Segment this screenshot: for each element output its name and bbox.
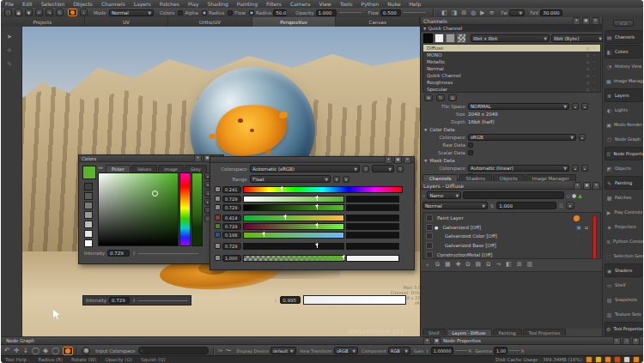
node-graph-bar[interactable]: Node Graph [1,336,420,344]
prop-dropdown[interactable]: sRGB▼ [468,134,576,141]
range-option2-button[interactable]: ▾ [343,176,349,183]
paint-tool-icon[interactable] [68,9,77,16]
colors-tab-picker[interactable]: Picker [106,165,131,172]
channel-ramp-S[interactable] [243,196,344,203]
channel-cache-icon[interactable]: ▫ [586,88,593,92]
channel-ramp-V[interactable] [243,204,344,211]
viewport-tab-perspective[interactable]: Perspective [252,17,337,27]
channel-row-quickchannel[interactable]: Quick Channel▫◦ [423,72,600,79]
prop-dropdown[interactable]: NORMAL▼ [468,103,569,110]
node-properties-bar[interactable]: ▾▣ Node Properties ⊏⊐✕ [420,336,643,344]
checkbox-radius[interactable] [249,10,254,15]
save-file-icon[interactable]: ▼ [25,9,33,16]
channel-ramp-B[interactable] [243,232,344,239]
clone-stamp-icon[interactable]: ✑ [218,348,223,354]
tab-scroll-right-icon[interactable]: ▸ [101,165,104,172]
sidebar-item-toolproperties[interactable]: ⚙Tool Properties [605,322,642,336]
menu-shading[interactable]: Shading [203,1,232,7]
gain-field[interactable]: 1.00000 [431,347,453,354]
status-lamp-0[interactable] [586,356,592,363]
menu-filters[interactable]: Filters [262,1,286,7]
brush-tip-icon[interactable]: • [80,9,88,16]
channel-value-field-I[interactable]: 0.729 [222,243,241,250]
checkbox-alpha[interactable] [178,10,183,15]
sidebar-item-imagemanager[interactable]: ▦Image Manager [605,74,642,88]
channel-row-normal[interactable]: Normal▫◦ [423,65,600,72]
quick-channel-row[interactable]: ▼ Quick Channel [421,25,603,32]
drop-icon[interactable]: ↓ [22,347,28,354]
input-colorspace-dropdown[interactable]: ⌕ [138,347,209,354]
checker-swatch[interactable] [457,33,466,43]
blend-amount-field[interactable]: 1.000 [496,202,556,209]
menu-layers[interactable]: Layers [130,1,155,7]
menu-play[interactable]: Play [184,1,204,7]
sidebar-item-playcontrols[interactable]: ▶Play Controls [605,205,642,219]
grey-swatch[interactable] [84,202,93,209]
menu-help[interactable]: Help [405,1,426,7]
value-bar-field[interactable]: 0.995 [280,296,301,304]
play-icon[interactable]: ▶ [480,9,484,16]
menu-patches[interactable]: Patches [155,1,184,7]
dock-tab-shelf[interactable]: Shelf [422,329,446,336]
channel-expression-field-R[interactable] [346,215,399,221]
prop-extra-button[interactable]: ▴ [581,165,588,172]
channel-value-field-A[interactable]: 1.000 [222,255,241,262]
channel-expression-field-A[interactable] [346,255,399,262]
opacity-field[interactable]: 1.000 [316,9,337,16]
sidebar-item-projectors[interactable]: ◈Projectors [605,220,642,233]
channel-value-field-H[interactable]: 0.241 [222,186,241,193]
component-dropdown[interactable]: RGB▼ [388,347,410,354]
channel-value-field-B[interactable]: 0.198 [222,232,241,239]
range-dropdown[interactable]: Float▼ [250,175,331,183]
check-alpha-0[interactable]: Alpha [178,10,198,15]
layer-visibility-toggle[interactable] [426,242,433,249]
paint-tool-active-icon[interactable] [63,347,73,355]
value-bar-ramp[interactable] [303,295,406,305]
new-file-icon[interactable]: ▢ [4,9,12,16]
gamma-slider[interactable] [509,350,519,351]
radius-field[interactable]: 50.0 [273,9,287,16]
status-lamp-4[interactable] [623,356,630,363]
mode-dropdown[interactable]: Normal▼ [109,9,154,16]
filter-enabled-icon[interactable]: ▲ [578,192,582,198]
channel-cache-icon[interactable]: ▫ [586,46,593,51]
channel-visible-icon[interactable]: ◦ [593,74,600,78]
prop-extra-button[interactable]: ▴ [572,103,579,110]
lock-icon[interactable]: ⚿ [559,203,563,209]
colorspace-pin2-button[interactable]: ⚲ [397,166,404,172]
channel-row-roughness[interactable]: Roughness▫◦ [423,79,600,86]
channels-panel-window-controls[interactable]: ▾▣✕ [573,17,599,25]
panel-tab-channels[interactable]: Channels [422,174,458,181]
viewport-tab-orthouv[interactable]: Ortho/UV [168,17,252,27]
status-lamp-1[interactable] [595,356,602,363]
menu-view[interactable]: View [315,1,336,7]
layer-action-icon-3[interactable]: ✚ [456,261,461,269]
channel-visible-icon[interactable]: ◦ [593,46,600,51]
layer-row-galvanizedcoloroff[interactable]: Galvanized Color [Off]◦ [423,232,600,240]
symmetry-icon[interactable]: ◨ [452,9,458,16]
menu-python[interactable]: Python [357,1,384,7]
floating-intensity-field[interactable]: 0.729 [109,297,130,304]
sidebar-item-modorender[interactable]: ▣Modo Render [605,118,642,131]
gain-reset-button[interactable]: R [469,348,471,354]
dock-tab-toolproperties[interactable]: Tool Properties [523,329,567,336]
layer-action-icon-6[interactable]: ⧉ [486,261,490,269]
sidebar-item-lights[interactable]: ◐Lights [605,103,642,117]
grey-swatch[interactable] [84,183,93,191]
colorspace-dropdown[interactable]: Automatic (sRGB)▼ [250,165,360,172]
fov-field[interactable]: 30.000 [540,9,562,16]
blob-brush-icon[interactable] [82,347,90,355]
sidebar-item-nodeproperties[interactable]: ☰Node Properties [605,147,642,160]
floating-intensity-stepper[interactable]: ⇕ [132,298,136,303]
sidebar-item-texturesets[interactable]: ▥Texture Sets [605,307,642,321]
channel-depth-dropdown[interactable]: 8bit (Byte)▼ [551,34,605,42]
channel-row-specular[interactable]: Specular▫◦ [423,86,600,93]
viewport-tab-canvas[interactable]: Canvas [336,17,420,27]
section-chevron-icon[interactable]: ▼ [424,159,427,163]
status-lamp-2[interactable] [605,356,611,363]
flow-field[interactable]: 0.500 [380,9,401,16]
alpha-strip[interactable] [191,172,203,246]
channel-row-diffuse[interactable]: Diffuse▫◦ [423,45,600,51]
layer-action-icon-8[interactable]: ◧ [506,261,512,269]
layers-scrollbar[interactable] [592,215,597,259]
